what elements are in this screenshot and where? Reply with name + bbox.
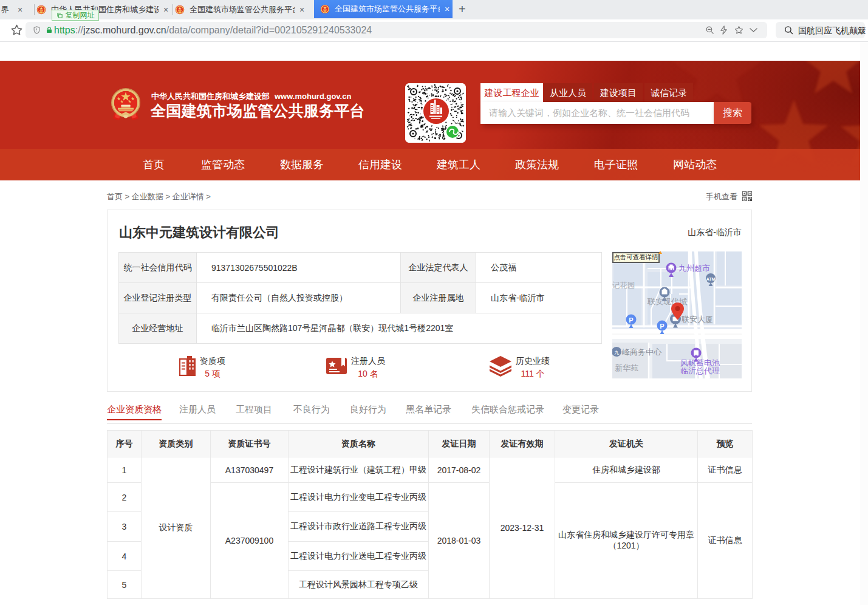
svg-text:峰商务中心: 峰商务中心 (622, 347, 662, 357)
svg-text:ATM: ATM (706, 277, 716, 281)
svg-text:P: P (660, 323, 664, 330)
svg-text:联安大厦: 联安大厦 (681, 315, 713, 324)
svg-text:九州超市: 九州超市 (678, 264, 710, 273)
svg-text:新华苑: 新华苑 (615, 363, 638, 372)
svg-text:九: 九 (614, 350, 620, 355)
svg-text:记花园: 记花园 (612, 281, 635, 290)
svg-text:P: P (629, 316, 633, 324)
svg-text:临沂总代理: 临沂总代理 (680, 366, 720, 375)
